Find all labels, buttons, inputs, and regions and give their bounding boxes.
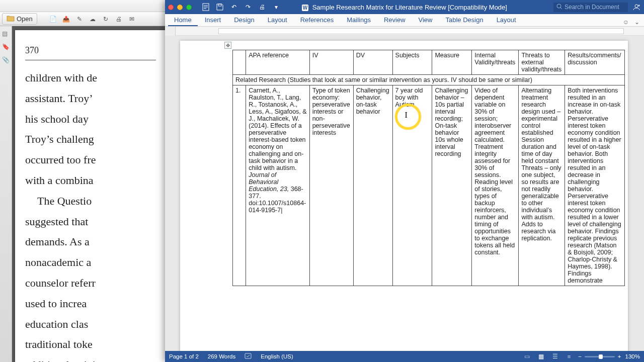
undo-icon[interactable]: ↶ [230, 3, 238, 11]
tab-review[interactable]: Review [378, 14, 412, 26]
apa-text: Carnett, A., Raulston, T., Lang, R., Tos… [249, 87, 306, 171]
pdf-line: with a combina [25, 173, 156, 189]
qat-menu-icon[interactable]: ▾ [272, 3, 280, 11]
pdf-line: The Questio [25, 194, 156, 209]
focus-view-icon[interactable]: ▭ [522, 353, 532, 360]
cell-num[interactable]: 1. [233, 85, 246, 286]
zoom-slider[interactable]: − + [578, 353, 621, 359]
cell-measure[interactable]: Challenging behavior – 10s partial inter… [432, 85, 472, 286]
col-internal[interactable]: Internal Validity/threats [472, 50, 519, 75]
document-title-text: Sample Research Matrix for Literature Re… [312, 4, 507, 11]
pdf-edit-icon[interactable]: ✎ [74, 14, 85, 24]
search-icon [556, 4, 562, 11]
text-cursor: | [281, 207, 282, 214]
pdf-export-icon[interactable]: 📤 [61, 14, 71, 24]
pdf-print-icon[interactable]: 🖨 [114, 14, 124, 24]
col-num[interactable] [233, 50, 246, 75]
col-subjects[interactable]: Subjects [392, 50, 432, 75]
cell-internal[interactable]: Video of dependent variable on 30% of se… [472, 85, 519, 286]
pdf-line: occurred too fre [25, 152, 156, 168]
pdf-line: education clas [25, 317, 156, 332]
tab-mailings[interactable]: Mailings [341, 14, 377, 26]
status-wordcount[interactable]: 269 Words [208, 353, 235, 359]
i-beam-cursor-icon: I [405, 111, 408, 120]
svg-rect-1 [218, 4, 221, 6]
pdf-sidebar: ▤ 🔖 📎 [0, 26, 12, 362]
cell-results[interactable]: Both interventions resulted in an increa… [565, 85, 625, 286]
cell-iv[interactable]: Type of token economy: perseverative int… [309, 85, 353, 286]
col-dv[interactable]: DV [353, 50, 392, 75]
minimize-window-button[interactable] [177, 5, 183, 10]
document-area[interactable]: ✥ APA reference IV DV Subjects Measure I… [165, 36, 644, 351]
pdf-attach-icon[interactable]: 📎 [2, 56, 10, 64]
tab-layout[interactable]: Layout [262, 14, 293, 26]
pdf-cloud-icon[interactable]: ☁ [88, 14, 98, 24]
feedback-icon[interactable]: ☺ [622, 18, 630, 26]
pdf-mail-icon[interactable]: ✉ [127, 14, 137, 24]
zoom-window-button[interactable] [186, 5, 192, 10]
section-header[interactable]: Related Research (Studies that look at s… [233, 75, 625, 85]
close-window-button[interactable] [168, 5, 174, 10]
col-measure[interactable]: Measure [432, 50, 472, 75]
section-header-row: Related Research (Studies that look at s… [233, 75, 625, 85]
col-results[interactable]: Results/comments/ discussion [565, 50, 625, 75]
zoom-in-icon[interactable]: + [618, 353, 621, 359]
pdf-create-icon[interactable]: 📄 [48, 14, 58, 24]
table-move-handle[interactable]: ✥ [224, 42, 231, 49]
status-page[interactable]: Page 1 of 2 [169, 353, 199, 359]
tab-table-design[interactable]: Table Design [439, 14, 489, 26]
tab-view[interactable]: View [413, 14, 439, 26]
pdf-menubar [0, 0, 166, 12]
window-controls [168, 5, 192, 10]
table-header-row: APA reference IV DV Subjects Measure Int… [233, 50, 625, 75]
document-icon[interactable] [202, 3, 210, 11]
web-layout-icon[interactable]: ☰ [550, 353, 560, 360]
svg-rect-4 [245, 353, 251, 358]
ribbon-collapse-icon[interactable]: ⌄ [633, 18, 641, 26]
status-language[interactable]: English (US) [261, 353, 293, 359]
horizontal-ruler[interactable] [165, 27, 644, 36]
tab-insert[interactable]: Insert [199, 14, 227, 26]
cell-dv[interactable]: Challenging behavior, on-task behavior [353, 85, 392, 286]
zoom-percent[interactable]: 130% [625, 353, 640, 359]
cell-subjects[interactable]: 7 year old boy with Autism I [392, 85, 432, 286]
cell-threats[interactable]: Alternating treatment research design us… [519, 85, 565, 286]
pdf-line: counselor referr [25, 276, 156, 291]
table-row: 1. Carnett, A., Raulston, T., Lang, R., … [233, 85, 625, 286]
pdf-line: nonacademic a [25, 255, 156, 270]
pdf-bookmark-icon[interactable]: 🔖 [2, 43, 10, 51]
search-input[interactable] [565, 4, 625, 11]
pdf-open-button[interactable]: Open [2, 13, 37, 25]
pdf-sync-icon[interactable]: ↻ [101, 14, 111, 24]
pdf-toolbar: Open 📄 📤 ✎ ☁ ↻ 🖨 ✉ [0, 12, 166, 26]
pdf-open-label: Open [17, 15, 33, 23]
pdf-line: demands. As a [25, 234, 156, 250]
svg-point-3 [635, 5, 638, 8]
save-icon[interactable] [216, 3, 224, 11]
document-page: ✥ APA reference IV DV Subjects Measure I… [180, 41, 628, 351]
zoom-out-icon[interactable]: − [578, 353, 582, 359]
pdf-line: suggested that [25, 214, 156, 230]
cell-apa[interactable]: Carnett, A., Raulston, T., Lang, R., Tos… [246, 85, 309, 286]
tab-references[interactable]: References [294, 14, 340, 26]
quick-access-toolbar: ↶ ↷ 🖨 ▾ [202, 3, 280, 11]
col-iv[interactable]: IV [309, 50, 353, 75]
print-layout-icon[interactable]: ▦ [536, 353, 546, 360]
col-threats[interactable]: Threats to external validity/threats [519, 50, 565, 75]
tab-home[interactable]: Home [168, 14, 198, 26]
pdf-pages-icon[interactable]: ▤ [2, 30, 10, 38]
print-icon[interactable]: 🖨 [258, 3, 266, 11]
tab-layout2[interactable]: Layout [491, 14, 522, 26]
apa-journal: Journal of Behavioral Education, 23, [249, 171, 290, 193]
search-box[interactable] [553, 3, 628, 12]
redo-icon[interactable]: ↷ [244, 3, 252, 11]
outline-view-icon[interactable]: ≡ [564, 353, 574, 360]
pdf-line: additional traini [25, 357, 156, 362]
col-apa[interactable]: APA reference [246, 50, 309, 75]
zoom-track[interactable] [585, 356, 615, 357]
research-matrix-table[interactable]: APA reference IV DV Subjects Measure Int… [232, 50, 625, 286]
share-icon[interactable] [632, 3, 641, 12]
tab-design[interactable]: Design [228, 14, 260, 26]
spellcheck-icon[interactable] [245, 353, 252, 360]
pdf-line: his school day [25, 112, 156, 127]
